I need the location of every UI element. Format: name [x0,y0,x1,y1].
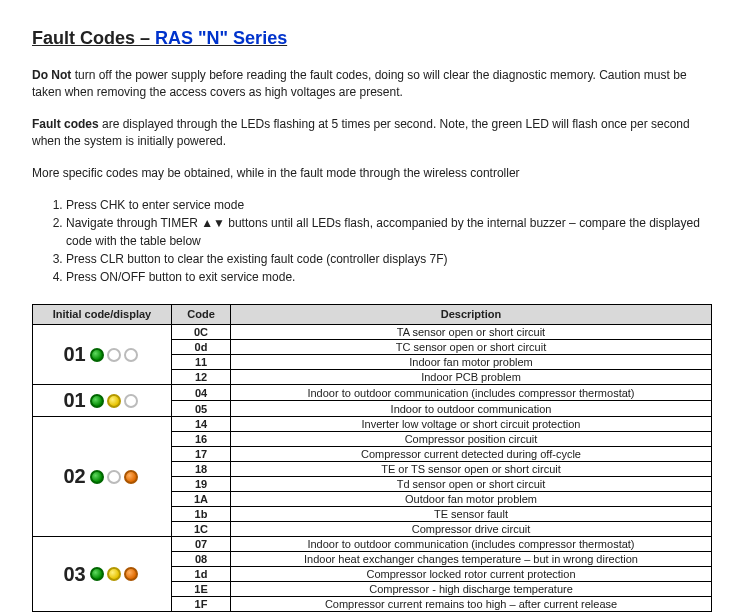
lead-text: Fault codes [32,117,99,131]
col-header-description: Description [231,304,712,324]
led-group [90,394,141,408]
initial-display-cell: 01 [33,385,172,417]
led-group [90,567,141,581]
title-prefix: Fault Codes – [32,28,155,48]
description-cell: Indoor to outdoor communication [231,401,712,417]
led-orange-icon [124,567,138,581]
led-yellow-icon [107,394,121,408]
table-row: 0307Indoor to outdoor communication (inc… [33,537,712,552]
display-number: 01 [63,389,85,412]
code-cell: 17 [172,447,231,462]
led-green-icon [90,348,104,362]
led-off-icon [107,470,121,484]
code-cell: 1E [172,582,231,597]
step-item: Press CLR button to clear the existing f… [66,250,718,268]
led-yellow-icon [107,567,121,581]
fault-code-table: Initial code/display Code Description 01… [32,304,712,612]
code-cell: 14 [172,417,231,432]
initial-display-cell: 01 [33,325,172,385]
table-row: 0214Inverter low voltage or short circui… [33,417,712,432]
code-cell: 1b [172,507,231,522]
description-cell: Compressor - high discharge temperature [231,582,712,597]
description-cell: TC sensor open or short circuit [231,340,712,355]
code-cell: 1A [172,492,231,507]
service-mode-steps: Press CHK to enter service modeNavigate … [32,196,718,286]
page-title: Fault Codes – RAS "N" Series [32,28,718,49]
led-off-icon [124,348,138,362]
code-cell: 16 [172,432,231,447]
description-cell: Compressor current detected during off-c… [231,447,712,462]
description-cell: TE sensor fault [231,507,712,522]
code-cell: 1C [172,522,231,537]
table-row: 010CTA sensor open or short circuit [33,325,712,340]
col-header-code: Code [172,304,231,324]
description-cell: Compressor position circuit [231,432,712,447]
code-cell: 05 [172,401,231,417]
led-group [90,348,141,362]
led-group [90,470,141,484]
intro-paragraph: Fault codes are displayed through the LE… [32,116,718,151]
col-header-initial: Initial code/display [33,304,172,324]
led-green-icon [90,567,104,581]
description-cell: TA sensor open or short circuit [231,325,712,340]
description-cell: Compressor current remains too high – af… [231,597,712,612]
lead-text: Do Not [32,68,71,82]
description-cell: Indoor fan motor problem [231,355,712,370]
code-cell: 1F [172,597,231,612]
display-number: 02 [63,465,85,488]
code-cell: 04 [172,385,231,401]
description-cell: Indoor PCB problem [231,370,712,385]
led-green-icon [90,394,104,408]
code-cell: 11 [172,355,231,370]
step-item: Press ON/OFF button to exit service mode… [66,268,718,286]
description-cell: Td sensor open or short circuit [231,477,712,492]
code-cell: 08 [172,552,231,567]
code-cell: 07 [172,537,231,552]
description-cell: Inverter low voltage or short circuit pr… [231,417,712,432]
code-cell: 12 [172,370,231,385]
initial-display-cell: 03 [33,537,172,612]
description-cell: TE or TS sensor open or short circuit [231,462,712,477]
description-cell: Indoor to outdoor communication (include… [231,537,712,552]
code-cell: 18 [172,462,231,477]
led-green-icon [90,470,104,484]
display-number: 01 [63,343,85,366]
code-cell: 1d [172,567,231,582]
step-item: Press CHK to enter service mode [66,196,718,214]
description-cell: Compressor drive circuit [231,522,712,537]
code-cell: 0d [172,340,231,355]
intro-paragraph: Do Not turn off the power supply before … [32,67,718,102]
intro-paragraphs: Do Not turn off the power supply before … [32,67,718,151]
description-cell: Indoor heat exchanger changes temperatur… [231,552,712,567]
led-orange-icon [124,470,138,484]
description-cell: Compressor locked rotor current protecti… [231,567,712,582]
table-row: 0104Indoor to outdoor communication (inc… [33,385,712,401]
code-cell: 0C [172,325,231,340]
steps-intro: More specific codes may be obtained, whi… [32,165,718,182]
description-cell: Outdoor fan motor problem [231,492,712,507]
title-series-link[interactable]: RAS "N" Series [155,28,287,48]
initial-display-cell: 02 [33,417,172,537]
code-cell: 19 [172,477,231,492]
display-number: 03 [63,563,85,586]
step-item: Navigate through TIMER ▲▼ buttons until … [66,214,718,250]
led-off-icon [124,394,138,408]
description-cell: Indoor to outdoor communication (include… [231,385,712,401]
led-off-icon [107,348,121,362]
